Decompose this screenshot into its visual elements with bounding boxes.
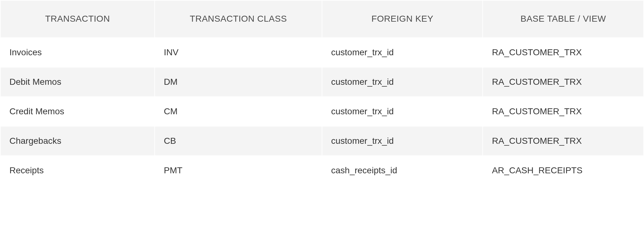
cell-base-table: RA_CUSTOMER_TRX [483,126,644,156]
table-header: TRANSACTION TRANSACTION CLASS FOREIGN KE… [0,0,644,38]
cell-transaction: Credit Memos [0,97,155,126]
table-row: Receipts PMT cash_receipts_id AR_CASH_RE… [0,156,644,185]
table-header-row: TRANSACTION TRANSACTION CLASS FOREIGN KE… [0,0,644,38]
cell-transaction: Receipts [0,156,155,185]
table-row: Debit Memos DM customer_trx_id RA_CUSTOM… [0,67,644,97]
cell-foreign-key: customer_trx_id [322,67,483,97]
cell-base-table: RA_CUSTOMER_TRX [483,38,644,67]
table-row: Invoices INV customer_trx_id RA_CUSTOMER… [0,38,644,67]
cell-foreign-key: customer_trx_id [322,38,483,67]
cell-base-table: AR_CASH_RECEIPTS [483,156,644,185]
col-header-transaction: TRANSACTION [0,0,155,38]
cell-transaction-class: INV [155,38,322,67]
cell-base-table: RA_CUSTOMER_TRX [483,67,644,97]
col-header-transaction-class: TRANSACTION CLASS [155,0,322,38]
cell-foreign-key: cash_receipts_id [322,156,483,185]
transaction-mapping-table: TRANSACTION TRANSACTION CLASS FOREIGN KE… [0,0,644,186]
table-row: Credit Memos CM customer_trx_id RA_CUSTO… [0,97,644,126]
cell-transaction: Invoices [0,38,155,67]
col-header-base-table: BASE TABLE / VIEW [483,0,644,38]
cell-foreign-key: customer_trx_id [322,97,483,126]
cell-transaction: Debit Memos [0,67,155,97]
col-header-foreign-key: FOREIGN KEY [322,0,483,38]
table-body: Invoices INV customer_trx_id RA_CUSTOMER… [0,38,644,185]
cell-transaction-class: PMT [155,156,322,185]
cell-transaction: Chargebacks [0,126,155,156]
cell-transaction-class: CB [155,126,322,156]
table-row: Chargebacks CB customer_trx_id RA_CUSTOM… [0,126,644,156]
cell-transaction-class: DM [155,67,322,97]
cell-base-table: RA_CUSTOMER_TRX [483,97,644,126]
cell-transaction-class: CM [155,97,322,126]
cell-foreign-key: customer_trx_id [322,126,483,156]
